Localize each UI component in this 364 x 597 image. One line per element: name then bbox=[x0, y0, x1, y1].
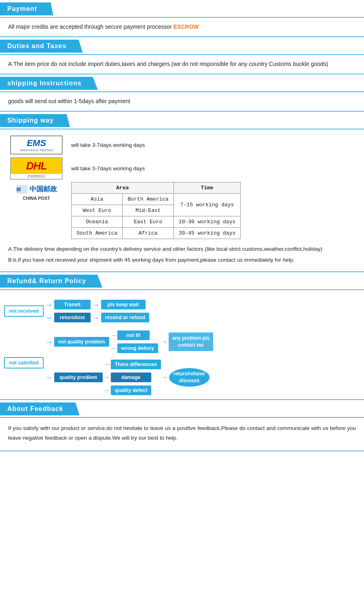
ems-logo-inner: EMS bbox=[27, 138, 46, 148]
transit-branch: → Transit → pls keep wait bbox=[44, 300, 149, 309]
shipping-instructions-section: shipping Instructions goods will send ou… bbox=[0, 74, 364, 112]
not-satisfied-box: not satisfied bbox=[4, 357, 44, 368]
shipping-way-title: Shipping way bbox=[7, 117, 54, 124]
shipping-way-content: EMS GREITASIS PAŜTAS will take 3-7days w… bbox=[0, 129, 364, 271]
feedback-text: If you satisfy with our product or servi… bbox=[0, 418, 364, 451]
wrong-delivery-branch: → wrong delivry bbox=[109, 343, 158, 353]
ems-description: will take 3-7days working days bbox=[71, 142, 145, 148]
damage-box: damage bbox=[111, 373, 151, 382]
duties-text: A.The item price do not include import d… bbox=[8, 61, 356, 67]
table-row: South America Africa 30-45 working days bbox=[72, 228, 241, 239]
not-satisfied-branches: → not quality problem → not fit → wrong … bbox=[44, 330, 213, 395]
refund-diagram: not received → Transit → pls keep wait →… bbox=[0, 290, 364, 399]
ems-logo-box: EMS GREITASIS PAŜTAS bbox=[8, 135, 65, 155]
arrow-to-transit: → bbox=[45, 301, 53, 309]
feedback-header: About Feedback bbox=[0, 402, 79, 415]
dhl-subtext: EXPRESS bbox=[28, 174, 45, 179]
ems-text: EMS bbox=[27, 138, 46, 148]
arrow-to-there-diff: → bbox=[104, 361, 110, 368]
feedback-header-wrap: About Feedback bbox=[0, 400, 364, 418]
china-post-cn-chars: 中国邮政 bbox=[30, 184, 57, 194]
return-lost-box: return/lost bbox=[54, 313, 91, 322]
pls-keep-wait-box: pls keep wait bbox=[101, 300, 146, 309]
arrow-to-any-problem: → bbox=[161, 338, 168, 345]
table-time-header: Time bbox=[174, 182, 240, 194]
duties-header-wrap: Duties and Taxes bbox=[0, 37, 364, 55]
shipping-instructions-content: goods will send out within 1-5days after… bbox=[0, 92, 364, 111]
table-row: Oceania East Euro 10-30 working days bbox=[72, 216, 241, 228]
table-area-header: Area bbox=[72, 182, 174, 194]
table-row: Asia Borth America 7-15 working days bbox=[72, 194, 241, 205]
any-problem-group: → bbox=[161, 338, 169, 345]
not-received-group: not received → Transit → pls keep wait →… bbox=[4, 300, 360, 322]
table-oceania: Oceania bbox=[72, 216, 123, 228]
return-lost-branch: → return/lost → resend or refund bbox=[44, 313, 149, 322]
quality-defect-box: quality defect bbox=[111, 385, 152, 395]
feedback-title: About Feedback bbox=[7, 405, 63, 412]
shipping-instructions-header: shipping Instructions bbox=[0, 77, 98, 90]
there-diff-branch: → There differences bbox=[103, 360, 161, 369]
refund-section: Refund& Return Policy not received → Tra… bbox=[0, 272, 364, 400]
arrow-to-wait: → bbox=[92, 301, 100, 309]
ems-subtext: GREITASIS PAŜTAS bbox=[20, 148, 53, 152]
arrow-to-not-quality: → bbox=[45, 338, 53, 346]
arrow-to-wrong-delivery: → bbox=[110, 345, 116, 352]
not-quality-sub: → not fit → wrong delivry bbox=[109, 330, 158, 353]
shipping-instructions-header-wrap: shipping Instructions bbox=[0, 74, 364, 92]
payment-header: Payment bbox=[0, 2, 53, 15]
table-time-30-45: 30-45 working days bbox=[174, 228, 240, 239]
return-refune-group: → return/refune/ discount bbox=[161, 368, 210, 387]
not-satisfied-group: not satisfied → not quality problem → no… bbox=[4, 330, 360, 395]
dhl-logo-box: DHL EXPRESS bbox=[8, 159, 65, 178]
arrow-to-quality-defect: → bbox=[104, 387, 110, 394]
arrow-to-not-fit: → bbox=[110, 332, 116, 339]
table-south-america: South America bbox=[72, 228, 123, 239]
china-post-icon-row: 邮 中国邮政 bbox=[16, 182, 57, 196]
resend-refund-box: resend or refund bbox=[101, 313, 149, 322]
table-africa: Africa bbox=[123, 228, 174, 239]
return-refune-box: return/refune/ discount bbox=[169, 368, 210, 387]
china-post-logo: 邮 中国邮政 CHINA POST bbox=[8, 182, 65, 201]
shipping-way-header-wrap: Shipping way bbox=[0, 112, 364, 129]
note-b: B.b.If you have not received your shipme… bbox=[8, 256, 356, 265]
table-west-euro: West Euro bbox=[72, 205, 123, 216]
arrow-to-resend: → bbox=[92, 313, 100, 322]
any-problem-box: any problem pls contact me bbox=[169, 332, 213, 351]
duties-section: Duties and Taxes A.The item price do not… bbox=[0, 37, 364, 74]
not-quality-box: not quality problem bbox=[54, 337, 109, 347]
dhl-row: DHL EXPRESS will take 3-7days working da… bbox=[8, 159, 356, 178]
arrow-to-return-refune: → bbox=[162, 374, 168, 381]
not-received-box: not received bbox=[4, 305, 44, 317]
dhl-description: will take 3-7days working days bbox=[71, 165, 145, 171]
payment-title: Payment bbox=[7, 5, 37, 12]
wrong-delivery-box: wrong delivry bbox=[117, 343, 158, 353]
duties-header: Duties and Taxes bbox=[0, 40, 83, 53]
transit-box: Transit bbox=[54, 300, 91, 309]
dhl-logo: DHL EXPRESS bbox=[10, 157, 63, 180]
table-time-7-15: 7-15 working days bbox=[174, 194, 240, 216]
payment-header-wrap: Payment bbox=[0, 0, 364, 18]
shipping-way-header: Shipping way bbox=[0, 114, 70, 127]
arrow-to-quality: → bbox=[45, 373, 53, 381]
refund-header-wrap: Refund& Return Policy bbox=[0, 272, 364, 290]
shipping-instructions-title: shipping Instructions bbox=[7, 80, 82, 87]
not-fit-box: not fit bbox=[117, 330, 150, 340]
shipping-instructions-text: goods will send out within 1-5days after… bbox=[8, 98, 356, 104]
china-post-row: 邮 中国邮政 CHINA POST Area Time Asia bbox=[8, 182, 356, 239]
quality-problem-branch: → quality prodlem → There differences → … bbox=[44, 360, 213, 395]
dhl-text: DHL bbox=[26, 160, 47, 172]
duties-content: A.The item price do not include import d… bbox=[0, 55, 364, 74]
ems-logo: EMS GREITASIS PAŜTAS bbox=[10, 135, 63, 155]
payment-text: All major credits are accepted through s… bbox=[8, 23, 356, 30]
damage-branch: → damage bbox=[103, 373, 161, 382]
not-quality-branch: → not quality problem → not fit → wrong … bbox=[44, 330, 213, 353]
refund-header: Refund& Return Policy bbox=[0, 275, 102, 288]
refund-title: Refund& Return Policy bbox=[7, 277, 86, 284]
not-received-branches: → Transit → pls keep wait → return/lost … bbox=[44, 300, 149, 322]
note-a: A.The delivery time depending on the cou… bbox=[8, 245, 356, 254]
dhl-logo-inner: DHL bbox=[11, 158, 62, 174]
arrow-to-damage: → bbox=[104, 374, 110, 381]
shipping-table: Area Time Asia Borth America 7-15 workin… bbox=[71, 182, 241, 239]
payment-content: All major credits are accepted through s… bbox=[0, 18, 364, 36]
table-asia: Asia bbox=[72, 194, 123, 205]
